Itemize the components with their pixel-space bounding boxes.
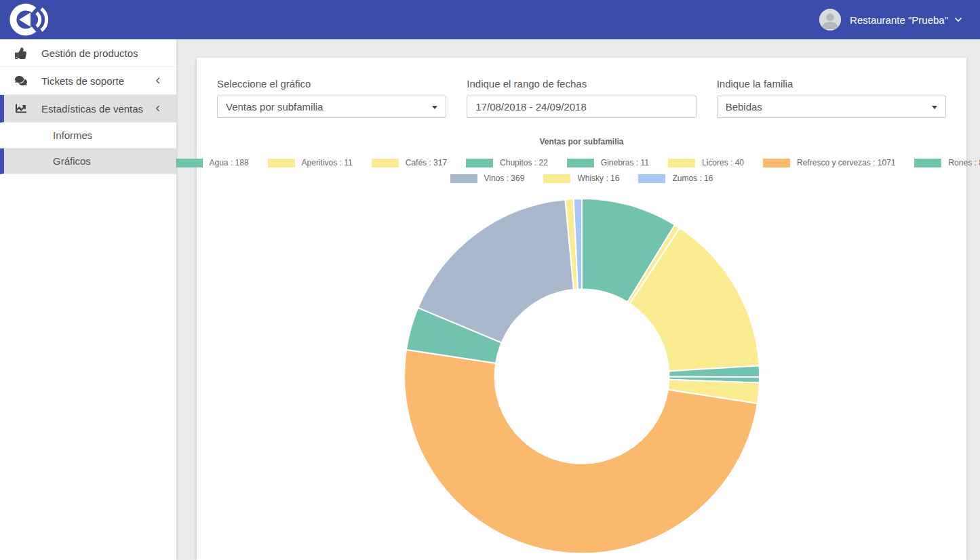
legend-label: Licores : 40 [702,158,744,167]
legend-label: Cafés : 317 [406,158,447,167]
legend-label: Refresco y cervezas : 1071 [797,158,895,167]
legend-swatch [914,159,941,167]
legend-swatch [668,159,695,167]
user-name: Restaurante "Prueba" [850,14,948,26]
sidebar-subitem-informes[interactable]: Informes [0,123,176,148]
legend-item[interactable]: Aperitivos : 11 [268,158,353,167]
legend-item[interactable]: Licores : 40 [668,158,744,167]
user-menu[interactable]: Restaurante "Prueba" [819,9,962,31]
chart-title: Ventas por subfamilia [197,137,966,146]
app-header: Restaurante "Prueba" [0,0,980,39]
donut-chart-area [399,193,765,559]
chart-select-field: Seleccione el gráfico Ventas por subfami… [217,78,446,118]
legend-label: Rones : 84 [948,158,980,167]
legend-label: Vinos : 369 [484,174,525,183]
legend-label: Aperitivos : 11 [302,158,353,167]
chart-select[interactable]: Ventas por subfamilia [217,96,446,118]
family-select-label: Indique la familia [717,78,946,89]
legend-swatch [638,174,665,183]
legend-item[interactable]: Agua : 188 [176,158,249,167]
family-select-field: Indique la familia Bebidas [717,78,946,118]
legend-item[interactable]: Chupitos : 22 [466,158,548,167]
legend-label: Ginebras : 11 [601,158,649,167]
date-range-input[interactable] [467,96,696,118]
family-select[interactable]: Bebidas [717,96,946,118]
sidebar-item-label: Tickets de soporte [41,75,124,87]
sidebar-item-tickets-de-soporte[interactable]: Tickets de soporte [0,67,176,95]
legend-row: Agua : 188Aperitivos : 11Cafés : 317Chup… [166,158,980,167]
select-arrow-icon [932,106,937,109]
legend-row: Vinos : 369Whisky : 16Zumos : 16 [441,174,723,183]
sidebar-item-label: Estadísticas de ventas [41,103,143,115]
legend-item[interactable]: Vinos : 369 [450,174,525,183]
legend-swatch [567,159,594,167]
legend-swatch [466,159,493,167]
donut-chart [399,193,765,559]
chart-select-label: Seleccione el gráfico [217,78,446,89]
content-card: Seleccione el gráfico Ventas por subfami… [197,58,966,560]
legend-item[interactable]: Refresco y cervezas : 1071 [763,158,895,167]
legend-item[interactable]: Whisky : 16 [543,174,619,183]
legend-swatch [176,159,203,167]
speaker-c-logo-icon [7,3,50,37]
app-logo[interactable] [7,3,50,37]
legend-item[interactable]: Rones : 84 [914,158,980,167]
legend-item[interactable]: Zumos : 16 [638,174,713,183]
legend-label: Whisky : 16 [577,174,619,183]
legend-swatch [372,159,399,167]
legend-item[interactable]: Ginebras : 11 [567,158,649,167]
sidebar-subitem-label: Informes [53,129,92,141]
sidebar-subitem-label: Gráficos [53,155,91,167]
legend-label: Zumos : 16 [672,174,713,183]
avatar [819,9,841,31]
chart-select-value: Ventas por subfamilia [226,101,323,113]
chevron-left-icon [155,77,161,84]
filters-row: Seleccione el gráfico Ventas por subfami… [197,58,966,118]
legend-label: Chupitos : 22 [500,158,548,167]
sidebar-subitem-graficos[interactable]: Gráficos [0,148,176,174]
comments-icon [15,75,28,87]
legend-swatch [450,174,477,183]
legend-item[interactable]: Cafés : 317 [372,158,447,167]
date-range-field: Indique el rango de fechas [467,78,696,118]
legend-label: Agua : 188 [210,158,249,167]
chevron-left-icon [155,105,161,112]
chevron-down-icon [954,17,962,22]
chart-legend: Agua : 188Aperitivos : 11Cafés : 317Chup… [197,158,966,183]
thumbs-up-icon [15,47,28,60]
sidebar-item-estadisticas-de-ventas[interactable]: Estadísticas de ventas [0,95,176,123]
legend-swatch [543,174,570,183]
sidebar-item-gestion-de-productos[interactable]: Gestión de productos [0,39,176,67]
select-arrow-icon [432,106,437,109]
legend-swatch [268,159,295,167]
sidebar-item-label: Gestión de productos [41,47,138,59]
family-select-value: Bebidas [726,101,762,113]
legend-swatch [763,159,790,167]
sidebar: Gestión de productos Tickets de soporte … [0,39,176,560]
chart-line-icon [15,102,28,115]
date-range-label: Indique el rango de fechas [467,78,696,89]
